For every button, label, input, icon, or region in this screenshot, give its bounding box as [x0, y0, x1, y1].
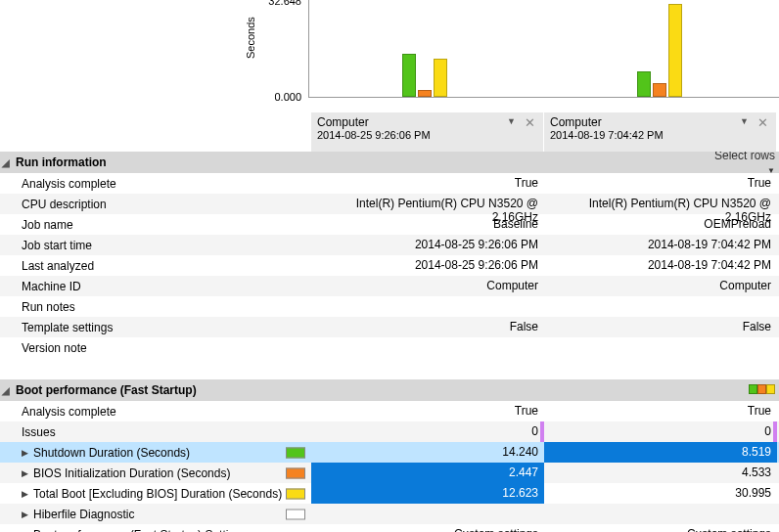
- column-subtitle: 2014-08-25 9:26:06 PM: [317, 129, 537, 141]
- table-row: Analysis completeTrueTrue: [0, 173, 779, 194]
- row-label: Version note: [0, 337, 311, 358]
- row-label: ▶ Boot performance (Fast Startup) Settin…: [0, 524, 311, 532]
- row-label: Job start time: [0, 235, 311, 255]
- row-value-0: 12.623: [311, 483, 544, 504]
- column-header-0[interactable]: Computer 2014-08-25 9:26:06 PM ▼ ✕: [311, 112, 544, 152]
- row-issues: Issues 0 0: [0, 421, 779, 442]
- row-label: ▶ Shutdown Duration (Seconds): [0, 442, 311, 463]
- row-label: ▶ BIOS Initialization Duration (Seconds): [0, 463, 311, 483]
- expand-icon[interactable]: ▶: [22, 489, 28, 499]
- table-row: Job nameBaselineOEMPreload: [0, 214, 779, 235]
- row-bios-duration[interactable]: ▶ BIOS Initialization Duration (Seconds)…: [0, 463, 779, 483]
- row-total-boot-duration[interactable]: ▶ Total Boot [Excluding BIOS] Duration (…: [0, 483, 779, 504]
- bar-bios-0: [418, 90, 432, 97]
- row-swatch-green: [286, 447, 305, 458]
- row-value-0: [311, 337, 544, 358]
- row-label: Template settings: [0, 317, 311, 337]
- bar-total-1: [668, 4, 682, 97]
- row-value-1: Computer: [544, 276, 777, 296]
- table-row: Template settingsFalseFalse: [0, 317, 779, 337]
- row-label: ▶ Hiberfile Diagnostic: [0, 504, 311, 524]
- row-value-1: OEMPreload: [544, 214, 777, 235]
- select-rows-button[interactable]: Select rows ▼: [705, 149, 779, 176]
- chart: Seconds 32.648 0.000: [0, 0, 779, 112]
- row-swatch-orange: [286, 467, 305, 478]
- column-subtitle: 2014-08-19 7:04:42 PM: [550, 129, 770, 141]
- collapse-icon[interactable]: ◢: [2, 157, 16, 168]
- row-label: Machine ID: [0, 276, 311, 296]
- row-value-1: True: [544, 173, 777, 194]
- row-label: Job name: [0, 214, 311, 235]
- row-hiberfile-diagnostic[interactable]: ▶ Hiberfile Diagnostic: [0, 504, 779, 524]
- column-headers: Computer 2014-08-25 9:26:06 PM ▼ ✕ Compu…: [0, 112, 779, 152]
- collapse-icon[interactable]: ◢: [2, 385, 16, 396]
- close-icon[interactable]: ✕: [757, 115, 768, 130]
- row-analysis-complete: Analysis complete True True: [0, 401, 779, 421]
- section-title: Boot performance (Fast Startup): [16, 383, 197, 397]
- legend-swatch-yellow: [766, 384, 775, 394]
- dropdown-caret-icon[interactable]: ▼: [507, 116, 516, 126]
- row-label: Analysis complete: [0, 401, 311, 421]
- row-value-1: [544, 337, 777, 358]
- row-value-0: False: [311, 317, 544, 337]
- row-value-1: [544, 504, 777, 524]
- column-header-1[interactable]: Computer 2014-08-19 7:04:42 PM ▼ ✕: [544, 112, 777, 152]
- bar-group-1: [637, 4, 682, 97]
- dropdown-caret-icon[interactable]: ▼: [740, 116, 749, 126]
- section-legend-swatches: [749, 384, 775, 394]
- row-value-1: [544, 296, 777, 317]
- row-value-1: Intel(R) Pentium(R) CPU N3520 @ 2.16GHz: [544, 194, 777, 214]
- table-row: Machine IDComputerComputer: [0, 276, 779, 296]
- bar-shutdown-0: [402, 54, 416, 97]
- row-value-0: True: [311, 173, 544, 194]
- row-label: Analysis complete: [0, 173, 311, 194]
- row-value-0: [311, 296, 544, 317]
- row-value-1: False: [544, 317, 777, 337]
- table-row: Last analyzed2014-08-25 9:26:06 PM2014-0…: [0, 255, 779, 276]
- row-value-0: Custom settings: [311, 524, 544, 532]
- row-value-0: True: [311, 401, 544, 421]
- column-spacer: [0, 112, 311, 152]
- row-value-0: Computer: [311, 276, 544, 296]
- close-icon[interactable]: ✕: [525, 115, 535, 130]
- chart-plot: [308, 0, 779, 98]
- expand-icon[interactable]: ▶: [22, 468, 28, 478]
- y-tick-max: 32.648: [268, 0, 301, 7]
- row-value-1: 0: [544, 421, 777, 442]
- row-value-0: 14.240: [311, 442, 544, 463]
- row-value-1: 8.519: [544, 442, 777, 463]
- row-swatch-yellow: [286, 488, 305, 499]
- row-value-0: 0: [311, 421, 544, 442]
- table-row: Version note: [0, 337, 779, 358]
- legend-swatch-green: [749, 384, 757, 394]
- section-run-information[interactable]: ◢ Run information Select rows ▼: [0, 152, 779, 173]
- row-value-1: Custom settings: [544, 524, 777, 532]
- expand-icon[interactable]: ▶: [22, 448, 28, 458]
- section-title: Run information: [16, 155, 107, 169]
- legend-swatch-orange: [757, 384, 766, 394]
- y-tick-min: 0.000: [274, 91, 301, 103]
- row-label: Run notes: [0, 296, 311, 317]
- table-row: Run notes: [0, 296, 779, 317]
- table-row: CPU descriptionIntel(R) Pentium(R) CPU N…: [0, 194, 779, 214]
- row-value-1: True: [544, 401, 777, 421]
- row-label: CPU description: [0, 194, 311, 214]
- section-gap: [0, 358, 779, 379]
- row-label: Issues: [0, 421, 311, 442]
- row-label: ▶ Total Boot [Excluding BIOS] Duration (…: [0, 483, 311, 504]
- y-axis-label: Seconds: [245, 17, 256, 59]
- expand-icon[interactable]: ▶: [22, 510, 28, 519]
- row-value-0: 2014-08-25 9:26:06 PM: [311, 255, 544, 276]
- row-value-0: Baseline: [311, 214, 544, 235]
- row-value-1: 30.995: [544, 483, 777, 504]
- column-title: Computer: [550, 115, 770, 129]
- row-boot-perf-settings[interactable]: ▶ Boot performance (Fast Startup) Settin…: [0, 524, 779, 532]
- table-row: Job start time2014-08-25 9:26:06 PM2014-…: [0, 235, 779, 255]
- row-swatch-white: [286, 509, 305, 519]
- row-value-1: 2014-08-19 7:04:42 PM: [544, 255, 777, 276]
- bar-group-0: [402, 54, 447, 97]
- row-value-0: [311, 504, 544, 524]
- row-shutdown-duration[interactable]: ▶ Shutdown Duration (Seconds) 14.240 8.5…: [0, 442, 779, 463]
- row-label: Last analyzed: [0, 255, 311, 276]
- section-boot-performance[interactable]: ◢ Boot performance (Fast Startup): [0, 379, 779, 401]
